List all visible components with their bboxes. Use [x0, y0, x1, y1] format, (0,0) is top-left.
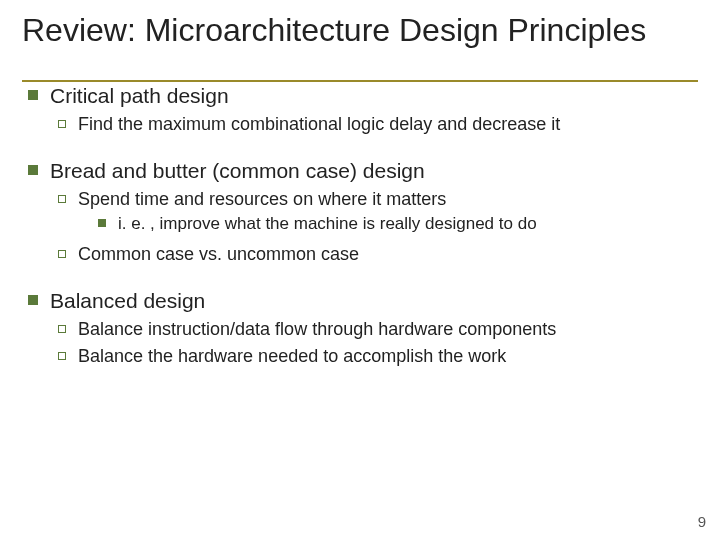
- title-underline: [22, 80, 698, 82]
- slide: Review: Microarchitecture Design Princip…: [0, 0, 720, 540]
- hollow-square-icon: [58, 352, 66, 360]
- spacer: [22, 137, 698, 159]
- square-bullet-icon: [28, 90, 38, 100]
- bullet-text: Balance the hardware needed to accomplis…: [78, 346, 506, 366]
- bullet-level2: Spend time and resources on where it mat…: [22, 189, 698, 210]
- square-bullet-icon: [28, 295, 38, 305]
- bullet-level1: Critical path design: [22, 84, 698, 108]
- bullet-text: i. e. , improve what the machine is real…: [118, 214, 537, 233]
- bullet-text: Balance instruction/data flow through ha…: [78, 319, 556, 339]
- bullet-level2: Common case vs. uncommon case: [22, 244, 698, 265]
- bullet-text: Balanced design: [50, 289, 205, 312]
- bullet-text: Common case vs. uncommon case: [78, 244, 359, 264]
- hollow-square-icon: [58, 195, 66, 203]
- bullet-text: Find the maximum combinational logic del…: [78, 114, 560, 134]
- bullet-level1: Balanced design: [22, 289, 698, 313]
- square-bullet-icon: [28, 165, 38, 175]
- bullet-level2: Find the maximum combinational logic del…: [22, 114, 698, 135]
- bullet-level3: i. e. , improve what the machine is real…: [22, 214, 698, 234]
- bullet-text: Critical path design: [50, 84, 229, 107]
- bullet-level2: Balance the hardware needed to accomplis…: [22, 346, 698, 367]
- bullet-text: Bread and butter (common case) design: [50, 159, 425, 182]
- page-number: 9: [698, 513, 706, 530]
- bullet-level1: Bread and butter (common case) design: [22, 159, 698, 183]
- slide-body: Critical path design Find the maximum co…: [22, 84, 698, 367]
- small-square-icon: [98, 219, 106, 227]
- bullet-level2: Balance instruction/data flow through ha…: [22, 319, 698, 340]
- bullet-text: Spend time and resources on where it mat…: [78, 189, 446, 209]
- spacer: [22, 267, 698, 289]
- hollow-square-icon: [58, 120, 66, 128]
- hollow-square-icon: [58, 325, 66, 333]
- hollow-square-icon: [58, 250, 66, 258]
- slide-title: Review: Microarchitecture Design Princip…: [22, 12, 698, 49]
